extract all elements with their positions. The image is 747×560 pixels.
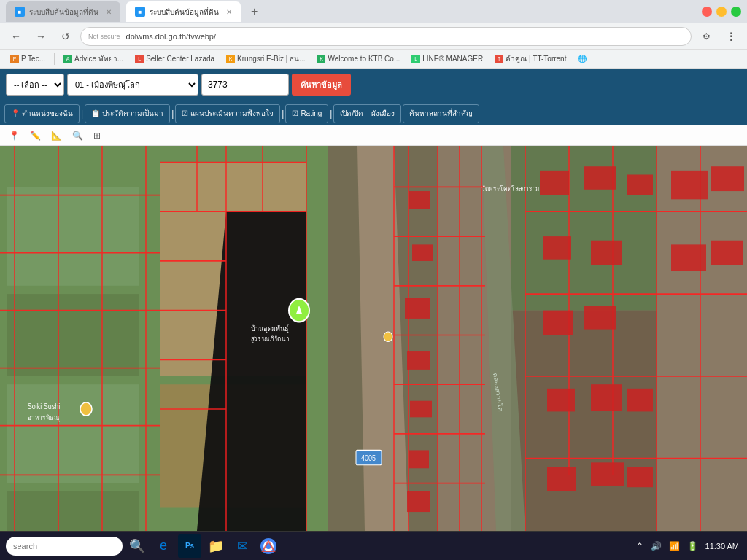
not-secure-label: Not secure: [88, 33, 120, 40]
svg-point-90: [80, 402, 92, 416]
svg-rect-76: [671, 171, 708, 199]
taskbar-search-input[interactable]: [6, 537, 123, 556]
bookmark6-icon: L: [411, 55, 420, 63]
bookmark1-icon: P: [10, 55, 19, 63]
svg-rect-57: [412, 244, 433, 261]
find-place-btn[interactable]: ค้นหาสถานที่สำคัญ: [403, 104, 479, 123]
draw-tool[interactable]: ✏️: [27, 129, 44, 142]
history-label: ประวัติความเป็นมา: [102, 108, 163, 119]
time-display: 11:30 AM: [703, 542, 741, 551]
taskbar-folder-icon[interactable]: 📁: [204, 534, 228, 558]
up-arrow-icon[interactable]: ⌃: [634, 541, 646, 551]
svg-rect-59: [407, 351, 430, 370]
bookmark3-icon: L: [135, 55, 144, 63]
svg-rect-60: [410, 401, 432, 418]
taskbar-chrome-icon[interactable]: [257, 534, 280, 558]
grid-tool[interactable]: ⊞: [90, 129, 104, 142]
url-text: dolwms.dol.go.th/tvwebp/: [126, 32, 217, 41]
address-bar[interactable]: Not secure dolwms.dol.go.th/tvwebp/: [80, 27, 692, 46]
svg-rect-63: [540, 171, 569, 195]
history-btn[interactable]: 📋 ประวัติความเป็นมา: [85, 104, 170, 123]
svg-rect-12: [511, 311, 657, 531]
svg-rect-66: [543, 236, 571, 260]
rating-label: Rating: [301, 109, 322, 117]
bookmark-5[interactable]: K Welcome to KTB Co...: [312, 53, 404, 65]
window-close-btn[interactable]: [702, 7, 712, 17]
svg-rect-61: [409, 450, 429, 468]
forward-button[interactable]: →: [31, 26, 51, 47]
taskbar-right-area: ⌃ 🔊 📶 🔋 11:30 AM: [634, 541, 741, 551]
measure-tool[interactable]: 📐: [48, 129, 65, 142]
tab2-close[interactable]: ✕: [226, 8, 232, 16]
parcel-number-input[interactable]: [201, 74, 289, 96]
svg-rect-71: [591, 384, 622, 411]
browser-window: ■ ระบบสืบค้นข้อมูลที่ดิน ✕ ■ ระบบสืบค้นข…: [0, 0, 747, 560]
svg-rect-67: [591, 241, 622, 265]
bookmark5-icon: K: [317, 55, 325, 63]
bookmark1-label: P Tec...: [21, 55, 45, 63]
tab1-close[interactable]: ✕: [106, 8, 112, 16]
bookmark5-label: Welcome to KTB Co...: [328, 55, 400, 63]
find-place-label: ค้นหาสถานที่สำคัญ: [409, 108, 473, 119]
svg-text:บ้านอุดมพันธุ์: บ้านอุดมพันธุ์: [251, 324, 289, 333]
bookmark-2[interactable]: A Advice พัทยา...: [59, 52, 128, 66]
taskbar-edge-icon[interactable]: e: [152, 534, 175, 558]
map-container[interactable]: บ้านอุดมพันธุ์ สุวรรณภิรัตนา วัดพระโคตโล…: [0, 146, 747, 531]
svg-rect-79: [711, 241, 743, 265]
extensions-button[interactable]: ⚙: [696, 26, 716, 47]
history-icon: 📋: [91, 109, 100, 117]
taskbar-photoshop-icon[interactable]: Ps: [178, 534, 201, 558]
svg-text:วัดพระโคตโลสการาม: วัดพระโคตโลสการาม: [481, 185, 540, 193]
district-select[interactable]: 01 - เมืองพิษณุโลก: [67, 74, 198, 96]
svg-text:อาหารพิษณุ: อาหารพิษณุ: [28, 413, 59, 422]
my-location-label: ตำแหน่งของฉัน: [22, 108, 73, 119]
taskbar-file-explorer-icon[interactable]: 🔍: [125, 534, 149, 558]
bookmark-more[interactable]: 🌐: [573, 53, 591, 64]
satisfaction-map-label: แผนประเมินความพึงพอใจ: [190, 108, 274, 119]
checkbox-icon1: ☑: [182, 109, 188, 117]
satisfaction-map-btn[interactable]: ☑ แผนประเมินความพึงพอใจ: [175, 104, 280, 123]
bookmark-more-icon: 🌐: [578, 55, 587, 63]
bookmark-4[interactable]: K Krungsri E-Biz | ธน...: [222, 52, 309, 66]
bookmark7-icon: T: [495, 55, 503, 63]
zoom-tool[interactable]: 🔍: [69, 129, 86, 142]
tab-1[interactable]: ■ ระบบสืบค้นข้อมูลที่ดิน ✕: [6, 1, 120, 22]
refresh-button[interactable]: ↺: [55, 26, 76, 47]
search-button[interactable]: ค้นหาข้อมูล: [292, 74, 351, 96]
taskbar: 🔍 e Ps 📁 ✉ ⌃ 🔊 📶 🔋 11:30 AM: [0, 531, 747, 560]
menu-button[interactable]: ⋮: [721, 26, 741, 47]
svg-rect-74: [591, 462, 624, 486]
pointer-tool[interactable]: 📍: [6, 129, 23, 142]
location-marker: [289, 299, 309, 322]
bookmark-sep1: [54, 53, 55, 65]
back-button[interactable]: ←: [6, 26, 26, 47]
bookmark-1[interactable]: P P Tec...: [6, 53, 50, 65]
volume-icon[interactable]: 🔊: [649, 541, 664, 551]
map-tools-bar: 📍 ✏️ 📐 🔍 ⊞: [0, 125, 747, 146]
bookmark-6[interactable]: L LINE® MANAGER: [407, 53, 487, 65]
svg-rect-78: [671, 244, 706, 271]
window-controls: [702, 7, 741, 17]
battery-icon[interactable]: 🔋: [685, 541, 700, 551]
svg-rect-68: [543, 311, 573, 335]
svg-rect-64: [584, 166, 616, 190]
bookmark-7[interactable]: T ค้าคูณ | TT-Torrent: [490, 52, 570, 66]
svg-rect-3: [7, 294, 139, 376]
window-maximize-btn[interactable]: [731, 7, 741, 17]
rating-btn[interactable]: ☑ Rating: [285, 104, 328, 123]
svg-text:Soiki Sushi: Soiki Sushi: [28, 402, 60, 411]
my-location-btn[interactable]: 📍 ตำแหน่งของฉัน: [4, 104, 80, 123]
province-select[interactable]: -- เลือก --: [6, 74, 64, 96]
open-close-btn[interactable]: เปิด/ปิด – ผังเมือง: [333, 104, 401, 123]
tab-2[interactable]: ■ ระบบสืบค้นข้อมูลที่ดิน ✕: [126, 1, 241, 22]
svg-text:4005: 4005: [361, 454, 376, 463]
bookmark-3[interactable]: L Seller Center Lazada: [131, 53, 219, 65]
new-tab-button[interactable]: +: [247, 5, 262, 18]
svg-rect-65: [627, 174, 653, 195]
taskbar-mail-icon[interactable]: ✉: [231, 534, 254, 558]
window-minimize-btn[interactable]: [716, 7, 727, 17]
bookmark7-label: ค้าคูณ | TT-Torrent: [506, 53, 566, 64]
bookmark4-label: Krungsri E-Biz | ธน...: [237, 53, 305, 64]
network-icon[interactable]: 📶: [667, 541, 682, 551]
svg-rect-75: [627, 467, 653, 487]
